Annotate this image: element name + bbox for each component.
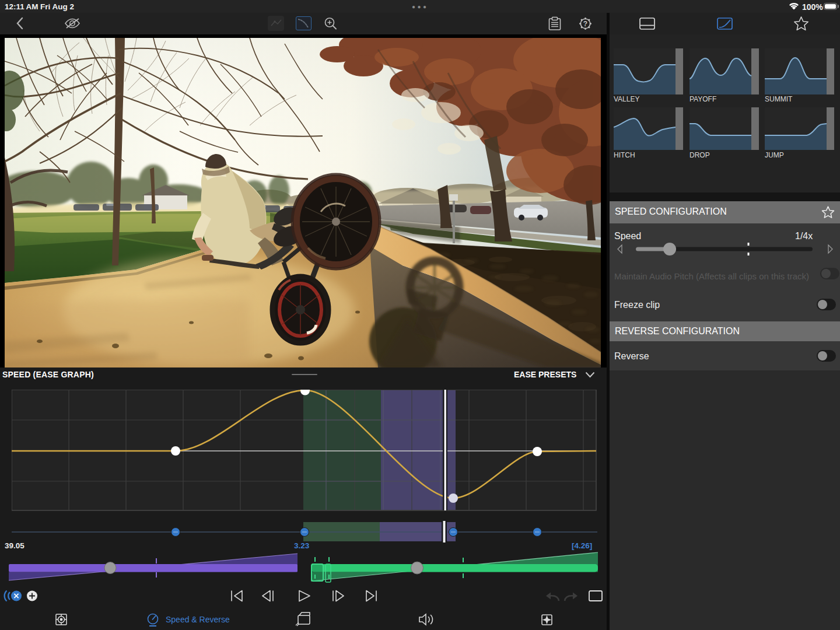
- svg-text:Speed & Reverse: Speed & Reverse: [166, 615, 230, 624]
- svg-text:?: ?: [583, 20, 587, 28]
